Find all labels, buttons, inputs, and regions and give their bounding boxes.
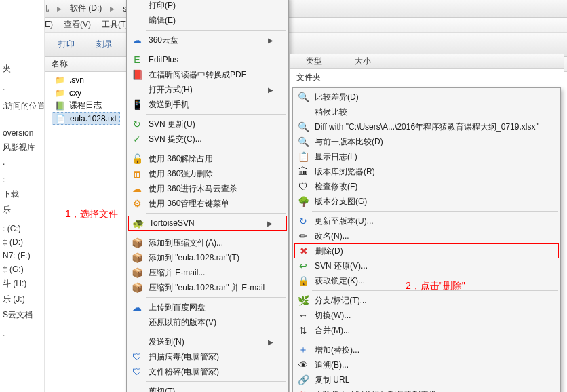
d-icon: 🔍: [297, 136, 309, 148]
menu-item-label: 显示日志(L): [315, 151, 357, 163]
tree-item[interactable]: 斗 (H:): [0, 276, 44, 292]
b-icon: 👁: [297, 359, 309, 371]
tree-item[interactable]: ‡ (G:): [0, 262, 44, 276]
tortoisesvn-icon: 🐢: [132, 217, 144, 229]
tree-item[interactable]: :: [0, 173, 44, 187]
tree-item[interactable]: S云文档: [0, 307, 44, 323]
tree-item[interactable]: 夹: [0, 61, 44, 77]
tree-item[interactable]: N7: (F:): [0, 249, 44, 262]
menu-item[interactable]: ⇅合并(M)...: [294, 323, 559, 338]
menu-item[interactable]: ⚙使用 360管理右键菜单: [128, 196, 287, 211]
menu-item[interactable]: ＋增加(替换)...: [294, 342, 559, 357]
menu-icon: ☁: [131, 301, 143, 313]
diffwithcusersaxlsx-icon: 🔍: [297, 121, 309, 133]
menu-item-label: 编辑(E): [149, 15, 176, 26]
menu-item[interactable]: 编辑(E): [128, 13, 287, 28]
menu-separator: [312, 340, 558, 340]
menu-item[interactable]: 🛡扫描病毒(电脑管家): [128, 349, 287, 364]
folder-tree-sidebar[interactable]: 夹.:访问的位置oversion风影视库.:下载乐: (C:)‡ (D:)N7:…: [0, 0, 45, 392]
tree-item[interactable]: 乐: [0, 202, 44, 218]
k-icon: 🔒: [297, 275, 309, 287]
menu-item[interactable]: 📦压缩并 E-mail...: [128, 265, 287, 280]
menu-item[interactable]: 剪切(T): [128, 384, 287, 392]
col-size[interactable]: 大小: [338, 56, 387, 67]
eulararemail-icon: 📦: [131, 281, 143, 294]
menu-item[interactable]: 📕在福昕阅读器中转换成PDF: [128, 67, 287, 82]
menu-item[interactable]: ✖去除版本控制并增加到忽略列表(I)▶: [294, 387, 559, 392]
col-name[interactable]: 名称: [45, 58, 119, 70]
file-row[interactable]: 📁.svn: [52, 73, 120, 86]
menu-item[interactable]: 🗑使用 360强力删除: [128, 166, 287, 181]
menu-item-label: 添加到 "eula.1028.rar"(T): [149, 252, 239, 264]
menu-item[interactable]: 还原以前的版本(V): [128, 315, 287, 330]
svnv-icon: ↩: [297, 260, 309, 272]
menu-item[interactable]: 🔍比较差异(D): [294, 90, 559, 104]
menu-item[interactable]: 稍候比较: [294, 104, 559, 119]
tree-item[interactable]: 风影视库: [0, 140, 44, 155]
menu-item-label: 打印(P): [149, 0, 176, 12]
blank-icon: [131, 336, 143, 348]
menu-item[interactable]: 🌳版本分支图(G): [294, 194, 559, 209]
menu-separator: [146, 114, 286, 115]
menu-item[interactable]: ✖删除(D): [294, 243, 559, 258]
context-menu[interactable]: 打印(P)编辑(E)☁360云盘▶EEditPlus📕在福昕阅读器中转换成PDF…: [126, 0, 289, 392]
menu-separator: [146, 381, 286, 382]
menu-item[interactable]: ↔切换(W)...: [294, 308, 559, 323]
tree-item[interactable]: [0, 340, 44, 345]
menu-item[interactable]: ↻SVN 更新(U): [128, 117, 287, 132]
menu-item[interactable]: 🛡检查修改(F): [294, 179, 559, 194]
menu-item-label: 增加(替换)...: [315, 345, 359, 356]
tree-item[interactable]: oversion: [0, 126, 44, 140]
file-row[interactable]: 📁cxy: [52, 86, 120, 99]
tree-item[interactable]: .: [0, 81, 44, 94]
tree-item[interactable]: 乐 (J:): [0, 292, 44, 307]
menu-item[interactable]: 📋显示日志(L): [294, 149, 559, 164]
menu-item[interactable]: ✏改名(N)...: [294, 229, 559, 243]
menu-item[interactable]: 🔗复制 URL: [294, 372, 559, 387]
col-type[interactable]: 类型: [290, 56, 338, 67]
menu-item[interactable]: 🔍Diff with "C:\Users\A...\2016年程序猿教育课程大纲…: [294, 119, 559, 134]
tree-item[interactable]: .: [0, 327, 44, 340]
menu-item[interactable]: EEditPlus: [128, 52, 287, 67]
tree-item[interactable]: 下载: [0, 187, 44, 202]
menu-item[interactable]: 📦添加到 "eula.1028.rar"(T): [128, 250, 287, 265]
menu-item[interactable]: 📦添加到压缩文件(A)...: [128, 235, 287, 250]
menu-separator: [312, 211, 558, 212]
menu-item-label: 删除(D): [315, 246, 343, 257]
menu-item[interactable]: 👁追溯(B)...: [294, 357, 559, 372]
f-icon: 🛡: [297, 180, 309, 193]
file-row[interactable]: 📗课程日志: [52, 99, 120, 112]
menu-item[interactable]: 🛡文件粉碎(电脑管家): [128, 364, 287, 379]
menu-separator: [146, 213, 286, 214]
menu-item[interactable]: 打开方式(H)▶: [128, 82, 287, 97]
blank-icon: [297, 106, 309, 118]
menu-item[interactable]: 打印(P): [128, 0, 287, 13]
menu-item[interactable]: 🔓使用 360解除占用: [128, 151, 287, 166]
menu-item[interactable]: ✓SVN 提交(C)...: [128, 132, 287, 146]
d-icon: 🔍: [297, 91, 309, 103]
menu-item[interactable]: 🏛版本库浏览器(R): [294, 164, 559, 179]
menu-item[interactable]: ↩SVN 还原(V)...: [294, 258, 559, 273]
tree-item[interactable]: .: [0, 155, 44, 169]
tortoisesvn-submenu[interactable]: 🔍比较差异(D)稍候比较🔍Diff with "C:\Users\A...\20…: [292, 87, 561, 392]
menu-separator: [146, 332, 286, 332]
menu-item-label: Diff with "C:\Users\A...\2016年程序猿教育课程大纲_…: [315, 121, 539, 133]
tree-item[interactable]: : (C:): [0, 222, 44, 235]
menu-item[interactable]: 📦压缩到 "eula.1028.rar" 并 E-mail: [128, 280, 287, 295]
menu-item[interactable]: 🔍与前一版本比较(D): [294, 134, 559, 149]
m-icon: ⇅: [297, 324, 309, 336]
menu-item-label: SVN 提交(C)...: [149, 134, 202, 145]
tree-item[interactable]: :访问的位置: [0, 98, 44, 114]
menu-item[interactable]: 🐢TortoiseSVN▶: [128, 216, 287, 231]
menu-item[interactable]: ☁上传到百度网盘: [128, 300, 287, 315]
menu-item[interactable]: ☁360云盘▶: [128, 33, 287, 47]
file-row[interactable]: 📄eula.1028.txt: [52, 112, 120, 125]
menu-item-label: 剪切(T): [149, 386, 175, 393]
menu-item[interactable]: ☁使用 360进行木马云查杀: [128, 181, 287, 196]
menu-item[interactable]: 发送到(N)▶: [128, 334, 287, 349]
menu-item[interactable]: 📱发送到手机: [128, 97, 287, 112]
tree-item[interactable]: ‡ (D:): [0, 235, 44, 249]
menu-item[interactable]: 🌿分支/标记(T)...: [294, 293, 559, 308]
menu-item[interactable]: ↻更新至版本(U)...: [294, 214, 559, 229]
menu-item-label: 与前一版本比较(D): [315, 136, 383, 148]
